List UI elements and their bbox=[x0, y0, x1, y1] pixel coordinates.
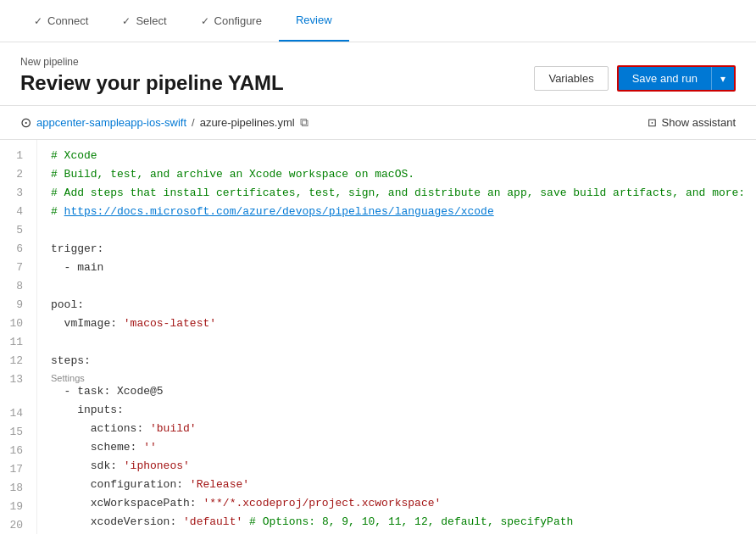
code-line: configuration: 'Release' bbox=[51, 476, 742, 494]
code-line bbox=[51, 277, 742, 296]
line-number: 9 bbox=[7, 296, 23, 315]
code-line bbox=[51, 333, 742, 352]
code-line: sdk: 'iphoneos' bbox=[51, 457, 742, 476]
code-line: xcWorkspacePath: '**/*.xcodeproj/project… bbox=[51, 494, 742, 513]
tab-select-label: Select bbox=[136, 14, 166, 27]
line-number: 11 bbox=[7, 333, 23, 352]
line-number: 5 bbox=[7, 221, 23, 240]
code-content[interactable]: # Xcode# Build, test, and archive an Xco… bbox=[37, 140, 756, 534]
save-and-run-button[interactable]: Save and run bbox=[619, 67, 711, 90]
filepath-separator: / bbox=[192, 116, 195, 129]
code-line: inputs: bbox=[51, 401, 742, 420]
line-number: 2 bbox=[7, 165, 23, 184]
filename: azure-pipelines.yml bbox=[200, 116, 295, 129]
line-number: 1 bbox=[7, 147, 23, 165]
code-line: scheme: '' bbox=[51, 438, 742, 457]
code-line: trigger: bbox=[51, 240, 742, 259]
code-line: # https://docs.microsoft.com/azure/devop… bbox=[51, 203, 742, 221]
show-assistant-button[interactable]: ⊡ Show assistant bbox=[648, 116, 736, 129]
code-line: actions: 'build' bbox=[51, 420, 742, 438]
line-number: 12 bbox=[7, 352, 23, 370]
tab-connect-label: Connect bbox=[47, 14, 88, 27]
code-line bbox=[51, 221, 742, 240]
line-number: 14 bbox=[7, 404, 23, 423]
pipeline-title: Review your pipeline YAML bbox=[20, 71, 284, 95]
code-line: # Xcode bbox=[51, 147, 742, 165]
line-number: 20 bbox=[7, 516, 23, 534]
tab-configure-label: Configure bbox=[214, 14, 262, 27]
tab-select[interactable]: ✓ Select bbox=[105, 0, 183, 42]
code-line: - main bbox=[51, 259, 742, 277]
tab-review-label: Review bbox=[296, 14, 332, 26]
header-section: New pipeline Review your pipeline YAML V… bbox=[0, 42, 756, 106]
code-line: steps: bbox=[51, 352, 742, 370]
connect-check-icon: ✓ bbox=[34, 15, 42, 27]
tab-review[interactable]: Review bbox=[279, 0, 349, 42]
line-number: 4 bbox=[7, 203, 23, 221]
copy-icon[interactable]: ⧉ bbox=[300, 115, 309, 130]
select-check-icon: ✓ bbox=[122, 15, 131, 27]
line-number: 10 bbox=[7, 315, 23, 333]
code-area[interactable]: 123456789101112131415161718192021 # Xcod… bbox=[0, 140, 756, 534]
variables-button[interactable]: Variables bbox=[534, 66, 608, 91]
line-number: 7 bbox=[7, 259, 23, 277]
code-line: # Add steps that install certificates, t… bbox=[51, 184, 742, 203]
code-line: # Build, test, and archive an Xcode work… bbox=[51, 165, 742, 184]
code-line: vmImage: 'macos-latest' bbox=[51, 315, 742, 333]
line-number: 15 bbox=[7, 423, 23, 442]
line-number: 18 bbox=[7, 479, 23, 498]
header-left: New pipeline Review your pipeline YAML bbox=[20, 56, 284, 95]
top-nav: ✓ Connect ✓ Select ✓ Configure Review bbox=[0, 0, 756, 42]
tab-configure[interactable]: ✓ Configure bbox=[184, 0, 279, 42]
repo-link[interactable]: appcenter-sampleapp-ios-swift bbox=[36, 116, 186, 129]
assistant-icon: ⊡ bbox=[648, 116, 657, 129]
code-line bbox=[51, 532, 742, 534]
line-numbers: 123456789101112131415161718192021 bbox=[0, 140, 37, 534]
header-right: Variables Save and run ▾ bbox=[534, 65, 736, 95]
line-number: 16 bbox=[7, 442, 23, 460]
save-run-dropdown-button[interactable]: ▾ bbox=[711, 67, 734, 90]
save-run-group: Save and run ▾ bbox=[617, 65, 736, 92]
line-number: 8 bbox=[7, 277, 23, 296]
configure-check-icon: ✓ bbox=[201, 15, 209, 27]
line-number: 3 bbox=[7, 184, 23, 203]
show-assistant-label: Show assistant bbox=[662, 116, 736, 129]
line-number: 13 bbox=[7, 370, 23, 389]
code-line: pool: bbox=[51, 296, 742, 315]
line-number: 6 bbox=[7, 240, 23, 259]
github-icon: ⊙ bbox=[20, 114, 31, 131]
pipeline-label: New pipeline bbox=[20, 56, 284, 68]
line-number: 19 bbox=[7, 498, 23, 516]
code-line: xcodeVersion: 'default' # Options: 8, 9,… bbox=[51, 513, 742, 532]
line-number: 17 bbox=[7, 460, 23, 479]
filepath-left: ⊙ appcenter-sampleapp-ios-swift / azure-… bbox=[20, 114, 309, 131]
tab-connect[interactable]: ✓ Connect bbox=[17, 0, 105, 42]
code-line: - task: Xcode@5 bbox=[51, 382, 742, 401]
filepath-row: ⊙ appcenter-sampleapp-ios-swift / azure-… bbox=[0, 106, 756, 140]
